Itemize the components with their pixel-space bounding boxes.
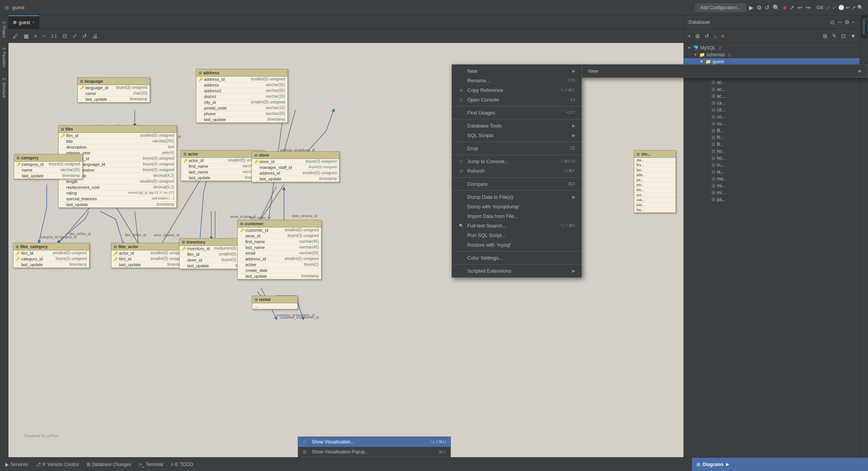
table-film-actor[interactable]: ⊞ film_actor 🔑actor_idsmallint(5) unsign… [111, 243, 188, 268]
db-refresh-btn[interactable]: ↺ [703, 32, 711, 40]
database-vtab-btn[interactable]: Database [861, 15, 867, 38]
tree-table-fil2[interactable]: ⊞fil... [684, 134, 860, 141]
split-icon[interactable]: ↔ [837, 19, 842, 25]
ctx-scripted-ext[interactable]: Scripted Extensions ▶ [452, 266, 581, 276]
tree-table-ca[interactable]: ⊞ca... [684, 100, 860, 106]
zoom-in-btn[interactable]: + [33, 32, 39, 40]
diagrams-bar-btn[interactable]: ⊞ Diagrams ▶ [692, 458, 868, 471]
zoom-11-btn[interactable]: 1:1 [49, 33, 58, 39]
ctx-refresh[interactable]: ↺ Refresh ⌥⌘Y [452, 166, 581, 176]
db-grid-btn[interactable]: ⊞ [821, 32, 829, 40]
status-todo-btn[interactable]: ≡ 6: TODO [168, 461, 196, 468]
ctx-db-tools[interactable]: Database Tools ▶ [452, 121, 581, 131]
tree-schemas[interactable]: ▼ 📁 schemas 2 [684, 51, 860, 58]
forward-icon[interactable]: ↪ [806, 4, 811, 11]
tree-table-ac4[interactable]: ⊞ac... [684, 93, 860, 100]
table-category[interactable]: ⊞ category 🔑category_idtinyint(3) unsign… [14, 154, 83, 179]
tab-guest[interactable]: ⊞ guest × [8, 15, 39, 29]
structure-panel-btn[interactable]: Z: Structure [1, 73, 7, 102]
tree-table-ma[interactable]: ⊞ma... [684, 175, 860, 182]
ctx-dump-data[interactable]: Dump Data to File(s) ▶ [452, 192, 581, 202]
status-terminal-btn[interactable]: >_ Terminal [137, 461, 165, 468]
ctx-color-settings[interactable]: Color Settings... [452, 253, 581, 263]
tree-table-in[interactable]: ⊞in... [684, 162, 860, 168]
tree-table-la[interactable]: ⊞la... [684, 168, 860, 175]
tree-table-fil3[interactable]: ⊞fil... [684, 141, 860, 148]
table-film-category[interactable]: ⊞ film_category 🔑film_idsmallint(5) unsi… [13, 243, 90, 268]
status-db-changes-btn[interactable]: ⊞ Database Changes [84, 461, 134, 468]
db-edit-btn[interactable]: ✎ [830, 32, 838, 40]
table-customer[interactable]: ⊞ customer 🔑customer_idsmallint(5) unsig… [237, 220, 321, 280]
ctx-copy-ref[interactable]: ⊞ Copy Reference ⌥⇧⌘C [452, 85, 581, 95]
expand-icon[interactable]: ↗ [790, 4, 795, 11]
build-icon[interactable]: ⚙ [757, 4, 762, 11]
db-add-btn[interactable]: + [686, 32, 692, 40]
ctx-fulltext-search[interactable]: 🔍 Full-text Search... ⌥⇧⌘F [452, 221, 581, 231]
add-configuration-button[interactable]: Add Configuration... [695, 3, 746, 12]
table-store[interactable]: ⊞ store 🔑store_idtinyint(3) unsigned 🔑ma… [251, 151, 339, 182]
tree-table-ac3[interactable]: ⊞ac... [684, 86, 860, 93]
db-filter-btn[interactable]: ▼ [849, 32, 857, 40]
run-icon[interactable]: ▶ [749, 4, 754, 11]
ctx-compare[interactable]: Compare ⌘D [452, 179, 581, 189]
stop-icon[interactable]: ■ [783, 4, 786, 11]
diagram-canvas[interactable]: original_language_id:language_id languag… [8, 43, 684, 457]
git-checkmark-blue[interactable]: ✓ [826, 5, 830, 11]
project-panel-btn[interactable]: 1: Project [1, 17, 7, 42]
ctx-import-data[interactable]: Import Data from File... [452, 211, 581, 221]
ctx-open-console[interactable]: ⊡ Open Console F4 [452, 95, 581, 105]
table-staff-partial[interactable]: ⊞ sto... sta... firs... las... add... pi… [634, 150, 676, 213]
globe-icon[interactable]: ⊙ [830, 19, 835, 25]
git-external[interactable]: ↗ [852, 5, 856, 10]
ctx-find-usages[interactable]: Find Usages ⌥F7 [452, 108, 581, 118]
refresh-icon[interactable]: ↺ [765, 4, 770, 11]
tree-table-mi1[interactable]: ⊞mi... [684, 182, 860, 189]
select-tool-btn[interactable]: 🖊 [11, 32, 20, 40]
vis-item-show[interactable]: ⊞ Show Visualisation... ⌥⇧⌘U [298, 437, 450, 447]
tree-mysql[interactable]: ▼ 🐬 MySQL 2 [684, 44, 860, 51]
git-undo[interactable]: ↩ [846, 5, 850, 10]
tab-close-button[interactable]: × [32, 20, 34, 25]
new-submenu-new[interactable]: New ▶ [582, 66, 868, 76]
search-icon[interactable]: 🔍 [773, 4, 780, 11]
table-language[interactable]: ⊞ language 🔑language_id tinyint(3) unsig… [77, 77, 150, 103]
grid-tool-btn[interactable]: ▦ [22, 32, 30, 40]
expand-canvas-btn[interactable]: ⤢ [71, 32, 78, 40]
db-stop-btn[interactable]: ■ [720, 32, 726, 40]
git-search[interactable]: 🔍 [857, 5, 863, 10]
favorites-panel-btn[interactable]: 2: Favorites [1, 43, 7, 72]
tree-table-ho2[interactable]: ⊞ho... [684, 155, 860, 162]
tree-table-mi2[interactable]: ⊞mi... [684, 189, 860, 196]
settings-icon[interactable]: ⚙ [845, 19, 850, 25]
ctx-sql-scripts[interactable]: SQL Scripts ▶ [452, 131, 581, 140]
tree-table-pa[interactable]: ⊞pa... [684, 196, 860, 203]
db-copy-btn[interactable]: ⊞ [694, 32, 702, 40]
vis-item-popup[interactable]: ⊞ Show Visualisation Popup... ⌘U [298, 447, 450, 457]
tree-table-fil1[interactable]: ⊞fil... [684, 127, 860, 134]
history-icon[interactable]: ↩ [798, 4, 803, 11]
zoom-out-btn[interactable]: − [41, 32, 47, 40]
tree-table-cit[interactable]: ⊞cit... [684, 106, 860, 113]
ctx-new[interactable]: New ▶ [452, 66, 581, 76]
db-sync-btn[interactable]: ↓ [712, 32, 718, 40]
db-console-btn[interactable]: ⊡ [840, 32, 847, 40]
tree-table-ac2[interactable]: ⊞ac... [684, 79, 860, 86]
tree-table-cu[interactable]: ⊞cu... [684, 120, 860, 127]
table-address[interactable]: ⊞ address 🔑address_idsmallint(5) unsigne… [196, 69, 288, 123]
fit-btn[interactable]: ⊡ [61, 32, 69, 40]
status-services-btn[interactable]: ▶ Services [3, 461, 30, 468]
ctx-run-sql[interactable]: Run SQL Script... [452, 231, 581, 240]
ctx-dump-mysqldump[interactable]: Dump with 'mysqldump' [452, 202, 581, 211]
print-btn[interactable]: 🖨 [91, 32, 99, 40]
git-clock[interactable]: 🕐 [838, 5, 844, 10]
tree-table-ho1[interactable]: ⊞ho... [684, 148, 860, 155]
git-checkmark-green[interactable]: ✓ [832, 5, 837, 11]
ctx-jump-console[interactable]: ⊡ Jump to Console... ⇧⌘F10 [452, 157, 581, 166]
ctx-rename[interactable]: Rename... ⇧F6 [452, 76, 581, 85]
tree-table-co[interactable]: ⊞co... [684, 113, 860, 120]
minimize-icon[interactable]: − [852, 19, 855, 25]
status-vcs-btn[interactable]: ⎇ 9: Version Control [33, 461, 81, 468]
ctx-restore-mysql[interactable]: Restore with 'mysql' [452, 240, 581, 250]
rotate-btn[interactable]: ↺ [81, 32, 88, 40]
ctx-drop[interactable]: Drop ⌫ [452, 144, 581, 153]
